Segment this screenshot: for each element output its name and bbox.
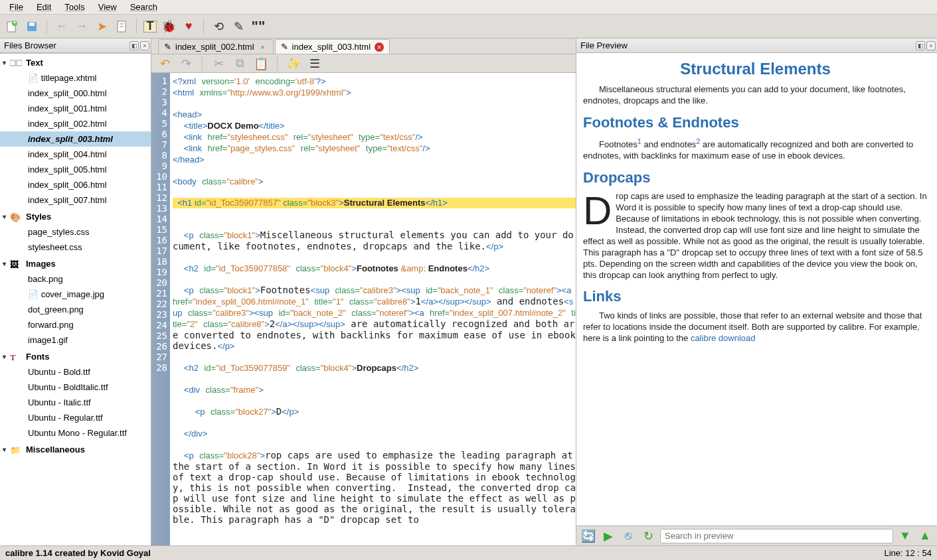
copy-icon[interactable]: ⧉ [232,56,248,72]
tab-close-icon[interactable]: × [258,42,268,52]
dock-close-icon[interactable]: × [926,41,936,50]
tag-icon[interactable]: ✎ [230,19,246,35]
heart-icon[interactable]: ♥ [181,19,197,35]
menu-file[interactable]: File [3,1,30,13]
list-icon[interactable]: ☰ [307,56,323,72]
svg-text:+: + [12,21,17,27]
tree-item[interactable]: index_split_002.html [0,116,151,131]
editor-toolbar: ↶ ↷ ✂ ⧉ 📋 ✨ ☰ [151,54,576,73]
main-toolbar: + ← → ➤ T 🐞 ♥ ⟲ ✎ "" [0,15,937,38]
svg-rect-8 [10,60,15,66]
rotate-icon[interactable]: ⟲ [211,19,226,35]
dock-float-icon[interactable]: ◧ [129,41,139,50]
tree-item[interactable]: Ubuntu Mono - Regular.ttf [0,425,151,441]
play-icon[interactable]: ▶ [600,528,616,544]
split-icon[interactable]: ⎋ [620,528,636,544]
tree-item[interactable]: page_styles.css [0,224,151,240]
line-gutter: 1 2 3 4 5 6 7 8 9 10 11 12 13 14 15 16 1… [151,73,170,545]
tree-item[interactable]: index_split_000.html [0,86,151,101]
tree-item[interactable]: index_split_001.html [0,101,151,116]
tree-item[interactable]: Ubuntu - Italic.ttf [0,395,151,410]
tree-item[interactable]: stylesheet.css [0,240,151,255]
tab-file[interactable]: ✎ index_split_002.html× [158,39,274,54]
tree-item[interactable]: index_split_006.html [0,177,151,192]
forward-icon[interactable]: → [74,19,90,35]
quote-icon[interactable]: "" [250,19,266,35]
cut-icon[interactable]: ✂ [211,56,226,72]
save-icon[interactable] [24,19,40,35]
tree-item[interactable]: 📄 titlepage.xhtml [0,70,151,86]
dock-float-icon[interactable]: ◧ [916,41,925,50]
status-left: calibre 1.14 created by Kovid Goyal [5,548,151,558]
cursor-icon[interactable]: ➤ [94,19,110,35]
files-browser-title: Files Browser ◧× [0,38,151,53]
file-preview-title: File Preview ◧× [576,38,937,53]
svg-rect-4 [29,23,35,26]
toc-icon[interactable] [114,19,129,35]
tree-section-fonts[interactable]: ▾TFonts [0,348,151,364]
tab-close-icon[interactable]: × [375,42,384,52]
preview-search-input[interactable] [660,529,893,543]
menu-view[interactable]: View [92,1,124,13]
preview-p: Drop caps are used to emphasize the lead… [583,191,928,281]
preview-pane[interactable]: Structural Elements Miscellaneous struct… [576,53,937,525]
tree-section-styles[interactable]: ▾🎨Styles [0,208,151,224]
status-cursor: Line: 12 : 54 [884,548,932,558]
back-icon[interactable]: ← [54,19,70,35]
menu-bar: File Edit Tools View Search [0,0,937,15]
menu-edit[interactable]: Edit [30,1,58,13]
tree-section-text[interactable]: ▾Text [0,54,151,70]
tree-item[interactable]: 📄 cover_image.jpg [0,287,151,302]
reload-icon[interactable]: ↻ [640,528,656,544]
preview-p: Miscellaneous structural elements you ca… [583,84,928,107]
files-tree[interactable]: ▾Text 📄 titlepage.xhtml index_split_000.… [0,53,151,545]
code-editor[interactable]: 1 2 3 4 5 6 7 8 9 10 11 12 13 14 15 16 1… [151,73,576,545]
bug-icon[interactable]: 🐞 [161,19,177,35]
preview-p: Footnotes1 and endnotes2 are automatical… [583,137,928,162]
editor-tabs: ✎ index_split_002.html× ✎ index_split_00… [151,38,576,54]
preview-p: Two kinds of links are possible, those t… [583,311,928,344]
tree-item[interactable]: Ubuntu - BoldItalic.ttf [0,380,151,395]
tree-item-selected[interactable]: index_split_003.html [0,131,151,147]
tree-item[interactable]: dot_green.png [0,302,151,317]
tree-item[interactable]: index_split_004.html [0,147,151,162]
search-prev-icon[interactable]: ▲ [917,528,933,544]
tree-item[interactable]: index_split_005.html [0,162,151,177]
preview-link[interactable]: calibre download [691,333,756,343]
status-bar: calibre 1.14 created by Kovid Goyal Line… [0,545,937,560]
menu-tools[interactable]: Tools [58,1,91,13]
wand-icon[interactable]: ✨ [286,56,301,72]
preview-h2: Footnotes & Endnotes [583,113,928,133]
tree-item[interactable]: Ubuntu - Regular.ttf [0,410,151,425]
menu-search[interactable]: Search [124,1,164,13]
tree-item[interactable]: index_split_007.html [0,192,151,208]
search-next-icon[interactable]: ▼ [897,528,913,544]
tree-item[interactable]: image1.gif [0,332,151,348]
tree-section-misc[interactable]: ▾📁Miscellaneous [0,441,151,457]
preview-h2: Dropcaps [583,169,928,188]
preview-toolbar: 🔄 ▶ ⎋ ↻ ▼ ▲ [576,525,937,545]
svg-rect-9 [17,60,22,66]
redo-icon[interactable]: ↷ [178,56,194,72]
refresh-icon[interactable]: 🔄 [580,528,596,544]
tree-item[interactable]: back.png [0,271,151,287]
new-file-icon[interactable]: + [4,19,20,35]
tree-item[interactable]: forward.png [0,317,151,332]
text-tool-icon[interactable]: T [143,21,157,33]
tree-section-images[interactable]: ▾🖼Images [0,255,151,271]
tree-item[interactable]: Ubuntu - Bold.ttf [0,364,151,380]
preview-h2: Links [583,287,928,307]
paste-icon[interactable]: 📋 [253,56,269,72]
tab-file-active[interactable]: ✎ index_split_003.html× [275,39,390,54]
dock-close-icon[interactable]: × [140,41,149,50]
code-area[interactable]: <?xml version='1.0' encoding='utf-8'?> <… [170,73,576,545]
undo-icon[interactable]: ↶ [157,56,173,72]
preview-h1: Structural Elements [583,58,928,79]
